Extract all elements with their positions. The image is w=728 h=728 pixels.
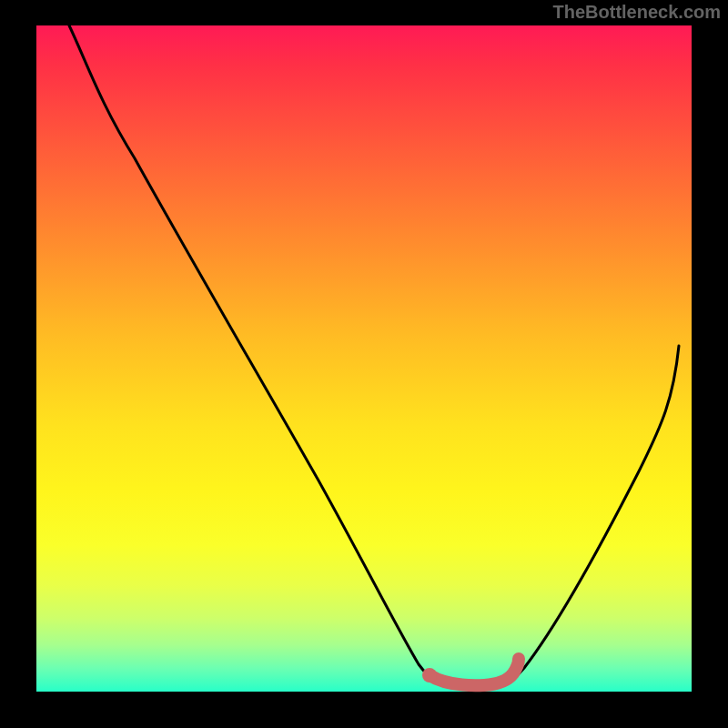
chart-frame: TheBottleneck.com bbox=[0, 0, 728, 728]
curve-overlay bbox=[36, 25, 692, 692]
plot-area bbox=[36, 25, 692, 692]
attribution-label: TheBottleneck.com bbox=[553, 2, 721, 23]
optimal-marker bbox=[430, 659, 519, 685]
optimal-marker-dot bbox=[422, 668, 437, 682]
bottleneck-curve bbox=[69, 25, 679, 686]
